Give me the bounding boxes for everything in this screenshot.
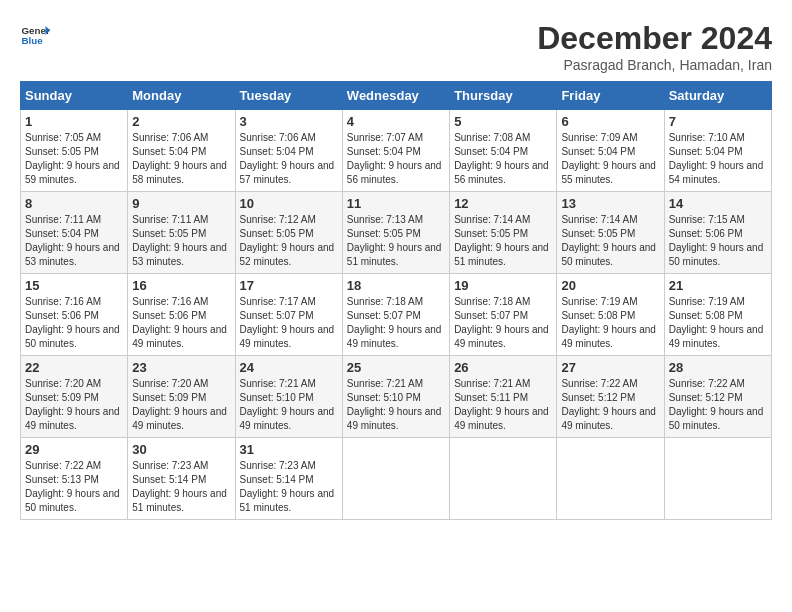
day-info: Sunrise: 7:06 AM Sunset: 5:04 PM Dayligh… bbox=[132, 131, 230, 187]
day-info: Sunrise: 7:14 AM Sunset: 5:05 PM Dayligh… bbox=[454, 213, 552, 269]
day-number: 26 bbox=[454, 360, 552, 375]
week-row-4: 22 Sunrise: 7:20 AM Sunset: 5:09 PM Dayl… bbox=[21, 356, 772, 438]
day-info: Sunrise: 7:19 AM Sunset: 5:08 PM Dayligh… bbox=[561, 295, 659, 351]
day-cell-30: 30 Sunrise: 7:23 AM Sunset: 5:14 PM Dayl… bbox=[128, 438, 235, 520]
day-info: Sunrise: 7:13 AM Sunset: 5:05 PM Dayligh… bbox=[347, 213, 445, 269]
day-number: 30 bbox=[132, 442, 230, 457]
day-cell-21: 21 Sunrise: 7:19 AM Sunset: 5:08 PM Dayl… bbox=[664, 274, 771, 356]
day-cell-13: 13 Sunrise: 7:14 AM Sunset: 5:05 PM Dayl… bbox=[557, 192, 664, 274]
day-info: Sunrise: 7:19 AM Sunset: 5:08 PM Dayligh… bbox=[669, 295, 767, 351]
day-number: 18 bbox=[347, 278, 445, 293]
day-cell-25: 25 Sunrise: 7:21 AM Sunset: 5:10 PM Dayl… bbox=[342, 356, 449, 438]
day-info: Sunrise: 7:09 AM Sunset: 5:04 PM Dayligh… bbox=[561, 131, 659, 187]
day-number: 5 bbox=[454, 114, 552, 129]
day-number: 28 bbox=[669, 360, 767, 375]
header-sunday: Sunday bbox=[21, 82, 128, 110]
header-monday: Monday bbox=[128, 82, 235, 110]
day-number: 10 bbox=[240, 196, 338, 211]
empty-cell bbox=[557, 438, 664, 520]
day-cell-23: 23 Sunrise: 7:20 AM Sunset: 5:09 PM Dayl… bbox=[128, 356, 235, 438]
day-number: 13 bbox=[561, 196, 659, 211]
week-row-2: 8 Sunrise: 7:11 AM Sunset: 5:04 PM Dayli… bbox=[21, 192, 772, 274]
day-info: Sunrise: 7:21 AM Sunset: 5:10 PM Dayligh… bbox=[347, 377, 445, 433]
day-number: 7 bbox=[669, 114, 767, 129]
day-info: Sunrise: 7:20 AM Sunset: 5:09 PM Dayligh… bbox=[25, 377, 123, 433]
day-cell-4: 4 Sunrise: 7:07 AM Sunset: 5:04 PM Dayli… bbox=[342, 110, 449, 192]
day-cell-10: 10 Sunrise: 7:12 AM Sunset: 5:05 PM Dayl… bbox=[235, 192, 342, 274]
day-number: 29 bbox=[25, 442, 123, 457]
empty-cell bbox=[450, 438, 557, 520]
day-cell-18: 18 Sunrise: 7:18 AM Sunset: 5:07 PM Dayl… bbox=[342, 274, 449, 356]
day-number: 11 bbox=[347, 196, 445, 211]
empty-cell bbox=[664, 438, 771, 520]
day-cell-7: 7 Sunrise: 7:10 AM Sunset: 5:04 PM Dayli… bbox=[664, 110, 771, 192]
day-number: 16 bbox=[132, 278, 230, 293]
day-cell-27: 27 Sunrise: 7:22 AM Sunset: 5:12 PM Dayl… bbox=[557, 356, 664, 438]
day-cell-19: 19 Sunrise: 7:18 AM Sunset: 5:07 PM Dayl… bbox=[450, 274, 557, 356]
day-info: Sunrise: 7:21 AM Sunset: 5:11 PM Dayligh… bbox=[454, 377, 552, 433]
day-info: Sunrise: 7:17 AM Sunset: 5:07 PM Dayligh… bbox=[240, 295, 338, 351]
day-number: 6 bbox=[561, 114, 659, 129]
day-cell-31: 31 Sunrise: 7:23 AM Sunset: 5:14 PM Dayl… bbox=[235, 438, 342, 520]
day-info: Sunrise: 7:20 AM Sunset: 5:09 PM Dayligh… bbox=[132, 377, 230, 433]
day-number: 3 bbox=[240, 114, 338, 129]
month-title: December 2024 bbox=[537, 20, 772, 57]
day-number: 17 bbox=[240, 278, 338, 293]
day-cell-5: 5 Sunrise: 7:08 AM Sunset: 5:04 PM Dayli… bbox=[450, 110, 557, 192]
day-number: 23 bbox=[132, 360, 230, 375]
day-info: Sunrise: 7:11 AM Sunset: 5:05 PM Dayligh… bbox=[132, 213, 230, 269]
day-cell-17: 17 Sunrise: 7:17 AM Sunset: 5:07 PM Dayl… bbox=[235, 274, 342, 356]
week-row-1: 1 Sunrise: 7:05 AM Sunset: 5:05 PM Dayli… bbox=[21, 110, 772, 192]
day-info: Sunrise: 7:23 AM Sunset: 5:14 PM Dayligh… bbox=[132, 459, 230, 515]
logo: General Blue bbox=[20, 20, 50, 50]
day-number: 31 bbox=[240, 442, 338, 457]
calendar: Sunday Monday Tuesday Wednesday Thursday… bbox=[20, 81, 772, 520]
day-cell-12: 12 Sunrise: 7:14 AM Sunset: 5:05 PM Dayl… bbox=[450, 192, 557, 274]
week-row-3: 15 Sunrise: 7:16 AM Sunset: 5:06 PM Dayl… bbox=[21, 274, 772, 356]
day-cell-6: 6 Sunrise: 7:09 AM Sunset: 5:04 PM Dayli… bbox=[557, 110, 664, 192]
header-wednesday: Wednesday bbox=[342, 82, 449, 110]
day-cell-3: 3 Sunrise: 7:06 AM Sunset: 5:04 PM Dayli… bbox=[235, 110, 342, 192]
day-number: 8 bbox=[25, 196, 123, 211]
day-number: 4 bbox=[347, 114, 445, 129]
day-info: Sunrise: 7:10 AM Sunset: 5:04 PM Dayligh… bbox=[669, 131, 767, 187]
day-number: 1 bbox=[25, 114, 123, 129]
day-info: Sunrise: 7:22 AM Sunset: 5:13 PM Dayligh… bbox=[25, 459, 123, 515]
day-cell-26: 26 Sunrise: 7:21 AM Sunset: 5:11 PM Dayl… bbox=[450, 356, 557, 438]
header-saturday: Saturday bbox=[664, 82, 771, 110]
day-number: 20 bbox=[561, 278, 659, 293]
day-cell-15: 15 Sunrise: 7:16 AM Sunset: 5:06 PM Dayl… bbox=[21, 274, 128, 356]
day-cell-22: 22 Sunrise: 7:20 AM Sunset: 5:09 PM Dayl… bbox=[21, 356, 128, 438]
day-info: Sunrise: 7:21 AM Sunset: 5:10 PM Dayligh… bbox=[240, 377, 338, 433]
empty-cell bbox=[342, 438, 449, 520]
day-cell-29: 29 Sunrise: 7:22 AM Sunset: 5:13 PM Dayl… bbox=[21, 438, 128, 520]
day-number: 15 bbox=[25, 278, 123, 293]
day-number: 27 bbox=[561, 360, 659, 375]
day-number: 2 bbox=[132, 114, 230, 129]
day-number: 12 bbox=[454, 196, 552, 211]
header-thursday: Thursday bbox=[450, 82, 557, 110]
day-number: 24 bbox=[240, 360, 338, 375]
day-cell-28: 28 Sunrise: 7:22 AM Sunset: 5:12 PM Dayl… bbox=[664, 356, 771, 438]
day-info: Sunrise: 7:15 AM Sunset: 5:06 PM Dayligh… bbox=[669, 213, 767, 269]
weekday-header-row: Sunday Monday Tuesday Wednesday Thursday… bbox=[21, 82, 772, 110]
day-info: Sunrise: 7:06 AM Sunset: 5:04 PM Dayligh… bbox=[240, 131, 338, 187]
day-info: Sunrise: 7:08 AM Sunset: 5:04 PM Dayligh… bbox=[454, 131, 552, 187]
day-info: Sunrise: 7:07 AM Sunset: 5:04 PM Dayligh… bbox=[347, 131, 445, 187]
day-number: 25 bbox=[347, 360, 445, 375]
day-number: 19 bbox=[454, 278, 552, 293]
day-info: Sunrise: 7:11 AM Sunset: 5:04 PM Dayligh… bbox=[25, 213, 123, 269]
day-info: Sunrise: 7:16 AM Sunset: 5:06 PM Dayligh… bbox=[25, 295, 123, 351]
day-info: Sunrise: 7:16 AM Sunset: 5:06 PM Dayligh… bbox=[132, 295, 230, 351]
day-info: Sunrise: 7:23 AM Sunset: 5:14 PM Dayligh… bbox=[240, 459, 338, 515]
day-info: Sunrise: 7:14 AM Sunset: 5:05 PM Dayligh… bbox=[561, 213, 659, 269]
day-cell-16: 16 Sunrise: 7:16 AM Sunset: 5:06 PM Dayl… bbox=[128, 274, 235, 356]
day-cell-9: 9 Sunrise: 7:11 AM Sunset: 5:05 PM Dayli… bbox=[128, 192, 235, 274]
day-info: Sunrise: 7:22 AM Sunset: 5:12 PM Dayligh… bbox=[561, 377, 659, 433]
day-cell-14: 14 Sunrise: 7:15 AM Sunset: 5:06 PM Dayl… bbox=[664, 192, 771, 274]
header: General Blue December 2024 Pasragad Bran… bbox=[20, 20, 772, 73]
day-cell-2: 2 Sunrise: 7:06 AM Sunset: 5:04 PM Dayli… bbox=[128, 110, 235, 192]
day-cell-24: 24 Sunrise: 7:21 AM Sunset: 5:10 PM Dayl… bbox=[235, 356, 342, 438]
day-info: Sunrise: 7:12 AM Sunset: 5:05 PM Dayligh… bbox=[240, 213, 338, 269]
location: Pasragad Branch, Hamadan, Iran bbox=[537, 57, 772, 73]
